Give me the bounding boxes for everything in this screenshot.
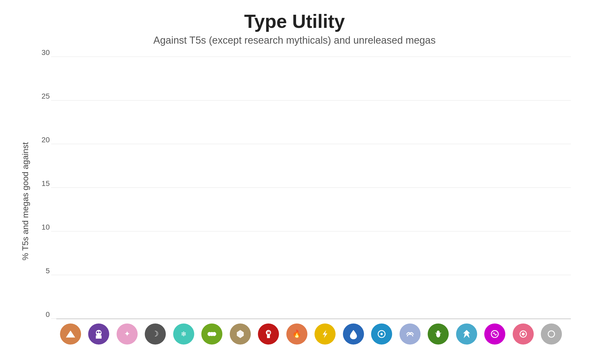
svg-point-3 bbox=[99, 331, 101, 333]
type-icon-fire: 🔥 bbox=[286, 323, 307, 345]
svg-point-19 bbox=[437, 331, 440, 333]
svg-point-2 bbox=[97, 331, 99, 333]
icon-group-electric bbox=[311, 323, 340, 345]
gridline-label: 10 bbox=[34, 223, 50, 231]
chart-inner: 302520151050 ✦☽❄☠🔥 bbox=[35, 57, 571, 346]
type-icon-normal bbox=[513, 323, 534, 345]
icon-group-fairy: ✦ bbox=[113, 323, 141, 345]
chart-container: % T5s and megas good against 30252015105… bbox=[18, 57, 571, 346]
icon-group-ghost bbox=[85, 323, 113, 345]
svg-point-8 bbox=[208, 332, 212, 336]
icon-group-psychic bbox=[481, 323, 509, 345]
svg-rect-12 bbox=[267, 335, 270, 338]
svg-marker-0 bbox=[66, 331, 75, 337]
type-icon-steel bbox=[541, 323, 562, 345]
gridline-label: 30 bbox=[34, 48, 50, 57]
icon-group-flying bbox=[396, 323, 424, 345]
gridline-label: 5 bbox=[34, 267, 50, 275]
type-icon-dragon bbox=[456, 323, 477, 345]
svg-text:❄: ❄ bbox=[181, 330, 187, 338]
svg-point-17 bbox=[381, 333, 383, 335]
type-icon-ghost bbox=[88, 323, 109, 345]
type-icon-psychic bbox=[484, 323, 505, 345]
icon-group-grass bbox=[198, 323, 226, 345]
svg-text:☠: ☠ bbox=[267, 330, 271, 335]
bars-container bbox=[51, 57, 571, 318]
type-icon-flying bbox=[400, 323, 421, 345]
svg-text:🔥: 🔥 bbox=[292, 329, 302, 338]
svg-marker-15 bbox=[323, 330, 327, 338]
icon-group-bug bbox=[424, 323, 453, 345]
type-icon-fighting bbox=[371, 323, 392, 345]
plot-area: 302520151050 bbox=[35, 57, 571, 318]
icons-row: ✦☽❄☠🔥 bbox=[35, 322, 571, 346]
icon-group-fighting bbox=[368, 323, 396, 345]
svg-point-26 bbox=[548, 331, 555, 337]
type-icon-dark: ☽ bbox=[145, 323, 166, 345]
icon-group-water bbox=[339, 323, 368, 345]
icon-group-dragon bbox=[452, 323, 481, 345]
chart-title: Type Utility bbox=[244, 11, 345, 32]
type-icon-grass bbox=[201, 323, 222, 345]
svg-text:✦: ✦ bbox=[124, 330, 130, 338]
y-axis-label: % T5s and megas good against bbox=[18, 57, 33, 346]
svg-marker-22 bbox=[463, 330, 470, 338]
icon-group-ice: ❄ bbox=[169, 323, 198, 345]
icon-group-ground bbox=[56, 323, 85, 345]
chart-subtitle: Against T5s (except research mythicals) … bbox=[153, 35, 436, 46]
svg-point-1 bbox=[96, 330, 102, 336]
x-axis-line bbox=[56, 318, 571, 319]
gridline-label: 15 bbox=[34, 179, 50, 188]
icon-group-poison: ☠ bbox=[254, 323, 283, 345]
gridline-label: 20 bbox=[34, 136, 50, 144]
type-icon-poison: ☠ bbox=[258, 323, 279, 345]
svg-text:☽: ☽ bbox=[152, 330, 159, 338]
type-icon-ice: ❄ bbox=[173, 323, 194, 345]
type-icon-fairy: ✦ bbox=[117, 323, 138, 345]
type-icon-bug bbox=[428, 323, 449, 345]
gridline-label: 0 bbox=[34, 310, 50, 319]
icon-group-fire: 🔥 bbox=[283, 323, 311, 345]
icon-group-normal bbox=[509, 323, 537, 345]
svg-point-9 bbox=[212, 332, 216, 336]
icon-group-dark: ☽ bbox=[141, 323, 170, 345]
type-icon-water bbox=[343, 323, 364, 345]
type-icon-rock bbox=[230, 323, 251, 345]
icon-group-steel bbox=[537, 323, 566, 345]
svg-marker-10 bbox=[237, 330, 244, 338]
type-icon-ground bbox=[60, 323, 81, 345]
icon-group-rock bbox=[226, 323, 254, 345]
gridline-label: 25 bbox=[34, 92, 50, 100]
svg-point-25 bbox=[522, 333, 525, 336]
type-icon-electric bbox=[315, 323, 336, 345]
